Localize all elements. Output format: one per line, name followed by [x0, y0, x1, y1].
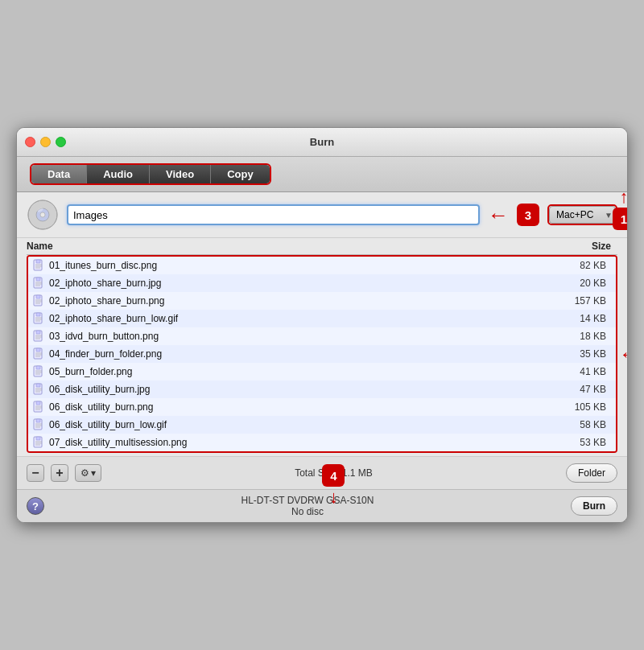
file-size: 18 KB	[548, 331, 613, 342]
annotation-3: 3	[517, 204, 539, 226]
file-name: 06_disk_utility_burn_low.gif	[49, 419, 548, 430]
svg-rect-26	[36, 331, 40, 334]
table-row[interactable]: 02_iphoto_share_burn.jpg20 KB	[28, 274, 616, 292]
table-row[interactable]: 05_burn_folder.png41 KB	[28, 363, 616, 381]
file-size: 82 KB	[548, 260, 613, 271]
maximize-button[interactable]	[56, 137, 66, 147]
add-button[interactable]: +	[51, 464, 68, 482]
svg-rect-31	[36, 348, 40, 352]
svg-rect-36	[36, 366, 40, 369]
table-row[interactable]: 02_iphoto_share_burn.png157 KB	[28, 292, 616, 310]
remove-button[interactable]: −	[27, 464, 44, 482]
file-icon	[31, 276, 46, 290]
annotation-4: 4	[322, 464, 345, 487]
format-select-wrapper: Mac+PC Mac only PC only ▼	[547, 204, 617, 225]
gear-dropdown-icon: ▾	[91, 467, 96, 479]
file-icon	[31, 382, 46, 397]
annotation-1-area: ↑ 1	[613, 187, 628, 230]
table-row[interactable]: 07_disk_utility_multisession.png53 KB	[28, 434, 616, 451]
tab-bar: Data Audio Video Copy	[17, 157, 627, 192]
file-name: 07_disk_utility_multisession.png	[49, 437, 548, 448]
file-name: 03_idvd_burn_button.png	[49, 331, 548, 342]
tab-copy[interactable]: Copy	[211, 165, 270, 183]
file-size: 53 KB	[548, 437, 613, 448]
file-size: 58 KB	[548, 419, 613, 430]
arrow-4-icon: ↓	[329, 487, 338, 508]
file-name: 01_itunes_burn_disc.png	[49, 260, 548, 271]
annotation-2-area: ← 2	[619, 342, 628, 367]
close-button[interactable]	[25, 137, 35, 147]
file-name: 06_disk_utility_burn.jpg	[49, 384, 548, 395]
svg-rect-16	[36, 295, 40, 298]
tab-video[interactable]: Video	[150, 165, 211, 183]
file-icon	[31, 347, 46, 361]
window-title: Burn	[310, 136, 334, 148]
file-name: 02_iphoto_share_burn.png	[49, 295, 548, 306]
format-select[interactable]: Mac+PC Mac only PC only	[549, 206, 616, 224]
file-list-container: 01_itunes_burn_disc.png82 KB02_iphoto_sh…	[27, 255, 617, 453]
help-button[interactable]: ?	[27, 497, 44, 515]
file-icon	[31, 364, 46, 379]
file-size: 157 KB	[548, 295, 613, 306]
file-size: 35 KB	[548, 348, 613, 360]
file-section: Name Size 01_itunes_burn_disc.png82 KB02…	[17, 238, 627, 456]
svg-rect-11	[36, 278, 40, 281]
svg-rect-46	[36, 401, 40, 405]
device-name: HL-DT-ST DVDRW GSA-S10N	[52, 495, 563, 506]
file-name: 04_finder_burn_folder.png	[49, 348, 548, 360]
file-size: 20 KB	[548, 278, 613, 289]
device-status: No disc	[52, 506, 563, 517]
file-size: 105 KB	[548, 401, 613, 413]
file-size: 14 KB	[548, 313, 613, 324]
arrow-3-icon: ←	[488, 203, 509, 228]
file-size: 47 KB	[548, 384, 613, 395]
table-row[interactable]: 01_itunes_burn_disc.png82 KB	[28, 257, 616, 274]
svg-rect-21	[36, 313, 40, 316]
table-row[interactable]: 06_disk_utility_burn.jpg47 KB	[28, 381, 616, 398]
tab-data[interactable]: Data	[31, 165, 87, 183]
table-row[interactable]: 02_iphoto_share_burn_low.gif14 KB	[28, 310, 616, 327]
traffic-lights	[25, 137, 66, 147]
table-row[interactable]: 04_finder_burn_folder.png35 KB	[28, 345, 616, 363]
table-row[interactable]: 06_disk_utility_burn_low.gif58 KB	[28, 416, 616, 434]
arrow-1-icon: ↑	[620, 187, 629, 208]
file-name: 05_burn_folder.png	[49, 366, 548, 377]
minimize-button[interactable]	[40, 137, 51, 147]
toolbar: ← 3 Mac+PC Mac only PC only ▼ ↑ 1	[17, 192, 627, 238]
annotation-1: 1	[613, 208, 628, 230]
col-name-header: Name	[27, 241, 553, 252]
total-size-area: Total Size: 1.1 MB 4 ↓	[108, 467, 559, 479]
file-icon	[31, 435, 46, 450]
svg-rect-41	[36, 384, 40, 387]
gear-icon: ⚙	[80, 467, 89, 479]
svg-rect-56	[36, 437, 40, 440]
burn-window: Burn Data Audio Video Copy ← 3	[16, 127, 628, 523]
file-name: 02_iphoto_share_burn_low.gif	[49, 313, 548, 324]
svg-rect-6	[36, 260, 40, 263]
file-icon	[31, 400, 46, 414]
device-info: HL-DT-ST DVDRW GSA-S10N No disc	[52, 495, 563, 517]
settings-button[interactable]: ⚙ ▾	[75, 464, 101, 482]
file-list-outer: 01_itunes_burn_disc.png82 KB02_iphoto_sh…	[27, 255, 617, 453]
file-icon	[31, 329, 46, 344]
tab-audio[interactable]: Audio	[87, 165, 150, 183]
file-icon	[31, 418, 46, 432]
file-icon	[31, 258, 46, 273]
file-icon	[31, 311, 46, 326]
file-icon	[31, 294, 46, 308]
table-row[interactable]: 06_disk_utility_burn.png105 KB	[28, 398, 616, 416]
file-list[interactable]: 01_itunes_burn_disc.png82 KB02_iphoto_sh…	[28, 257, 616, 451]
burn-button[interactable]: Burn	[571, 496, 617, 516]
disc-icon	[27, 199, 59, 231]
total-size-value: 1.1 MB	[342, 467, 373, 479]
table-row[interactable]: 03_idvd_burn_button.png18 KB	[28, 327, 616, 345]
tab-group: Data Audio Video Copy	[30, 163, 271, 185]
file-name: 06_disk_utility_burn.png	[49, 401, 548, 413]
col-size-header: Size	[553, 241, 617, 252]
column-headers: Name Size	[27, 238, 617, 255]
file-size: 41 KB	[548, 366, 613, 377]
svg-point-2	[40, 212, 45, 217]
arrow-2-icon: ←	[619, 342, 628, 367]
disc-name-input[interactable]	[67, 204, 480, 225]
folder-button[interactable]: Folder	[566, 463, 617, 483]
